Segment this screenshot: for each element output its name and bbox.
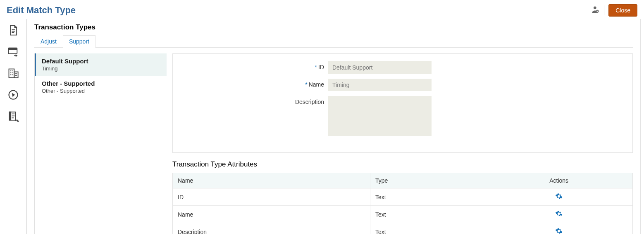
list-item[interactable]: Other - Supported Other - Supported <box>35 76 167 98</box>
col-header-name: Name <box>173 173 370 188</box>
document-icon[interactable] <box>7 24 19 36</box>
list-item[interactable]: Default Support Timing <box>35 53 167 76</box>
id-field[interactable] <box>328 61 432 74</box>
required-star-icon: * <box>305 81 307 88</box>
attributes-title: Transaction Type Attributes <box>172 160 633 169</box>
col-header-actions: Actions <box>485 173 633 188</box>
section-title: Transaction Types <box>34 23 633 31</box>
header-divider <box>604 5 604 15</box>
list-item-sub: Timing <box>42 65 161 72</box>
list-item-title: Other - Supported <box>42 80 161 87</box>
type-list: Default Support Timing Other - Supported… <box>34 53 167 234</box>
attr-name-cell: Name <box>173 206 370 223</box>
attr-name-cell: ID <box>173 188 370 206</box>
close-button[interactable]: Close <box>608 4 637 17</box>
col-header-type: Type <box>370 173 485 188</box>
tab-support[interactable]: Support <box>63 35 95 48</box>
svg-rect-8 <box>14 72 18 78</box>
svg-rect-19 <box>9 112 11 121</box>
list-item-title: Default Support <box>42 58 161 65</box>
attr-type-cell: Text <box>370 206 485 223</box>
cursor-circle-icon[interactable] <box>7 89 19 101</box>
user-status-icon[interactable] <box>592 5 600 16</box>
svg-rect-7 <box>9 69 14 78</box>
table-row: ID Text <box>173 188 633 206</box>
tab-adjust[interactable]: Adjust <box>34 35 63 48</box>
id-label-text: ID <box>318 64 324 70</box>
detail-form: *ID *Name Description <box>172 53 633 153</box>
gear-icon[interactable] <box>555 210 563 217</box>
description-field[interactable] <box>328 96 432 136</box>
buildings-icon[interactable] <box>7 67 19 80</box>
name-label: *Name <box>179 79 328 88</box>
name-label-text: Name <box>309 81 324 88</box>
left-nav-rail <box>0 19 26 234</box>
tabs-bar: Adjust Support <box>34 35 633 48</box>
svg-rect-6 <box>8 48 17 50</box>
name-field[interactable] <box>328 79 432 91</box>
attr-type-cell: Text <box>370 223 485 234</box>
gear-icon[interactable] <box>555 227 563 234</box>
id-label: *ID <box>179 61 328 70</box>
description-label: Description <box>179 96 328 105</box>
attr-type-cell: Text <box>370 188 485 206</box>
window-export-icon[interactable] <box>7 46 19 58</box>
page-title: Edit Match Type <box>7 5 76 16</box>
required-star-icon: * <box>315 64 317 70</box>
attributes-table: Name Type Actions ID Text Name <box>172 173 633 234</box>
attr-name-cell: Description <box>173 223 370 234</box>
document-wrench-icon[interactable] <box>7 110 19 123</box>
gear-icon[interactable] <box>555 193 563 200</box>
table-row: Description Text <box>173 223 633 234</box>
table-row: Name Text <box>173 206 633 223</box>
svg-point-0 <box>594 6 596 9</box>
list-item-sub: Other - Supported <box>42 88 161 94</box>
